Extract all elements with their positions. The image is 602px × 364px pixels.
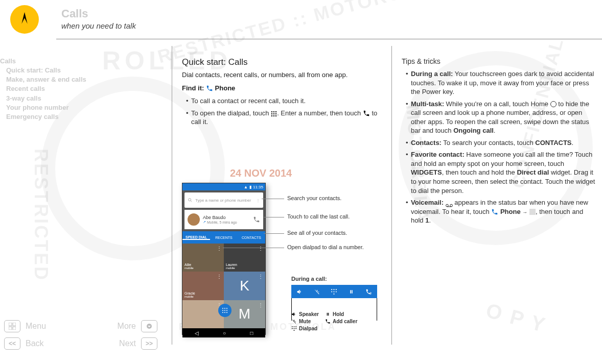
svg-rect-3 bbox=[13, 327, 16, 330]
section-heading: Quick start: Calls bbox=[182, 57, 384, 67]
recent-call-card[interactable]: Abe Baudo ↗Mobile, 5 mins ago bbox=[184, 210, 263, 229]
svg-point-11 bbox=[271, 115, 272, 116]
speaker-icon bbox=[291, 311, 297, 317]
svg-line-15 bbox=[191, 201, 192, 202]
avatar bbox=[188, 213, 200, 226]
home-icon[interactable]: ○ bbox=[223, 330, 226, 336]
date-stamp: 24 NOV 2014 bbox=[230, 167, 292, 179]
content-column-2: Tips & tricks During a call: Your touchs… bbox=[402, 57, 596, 228]
svg-point-5 bbox=[271, 111, 272, 112]
svg-point-12 bbox=[273, 115, 274, 116]
svg-point-28 bbox=[332, 291, 333, 292]
motorola-logo bbox=[10, 5, 39, 34]
dialpad-button-placeholder bbox=[529, 209, 536, 215]
phone-icon bbox=[491, 208, 498, 215]
mute-icon bbox=[291, 319, 297, 324]
dialpad-icon bbox=[271, 110, 277, 116]
page-header: Calls when you need to talk bbox=[0, 5, 136, 34]
svg-point-34 bbox=[295, 326, 296, 327]
phone-icon bbox=[363, 110, 370, 117]
svg-point-19 bbox=[222, 310, 223, 311]
svg-point-37 bbox=[295, 328, 296, 329]
svg-point-22 bbox=[222, 312, 223, 313]
svg-point-29 bbox=[334, 291, 335, 292]
svg-point-6 bbox=[273, 111, 274, 112]
svg-point-21 bbox=[226, 310, 227, 311]
phone-nav-bar: ◁ ○ □ bbox=[182, 328, 265, 337]
phone-icon bbox=[206, 85, 213, 92]
tip-during-call: During a call: Your touchscreen goes dar… bbox=[406, 69, 596, 96]
svg-point-16 bbox=[222, 308, 223, 309]
add-caller-icon bbox=[325, 319, 331, 324]
toc-section-title[interactable]: Calls bbox=[0, 57, 148, 65]
voicemail-icon bbox=[446, 201, 453, 206]
status-bar: ▲▮11:35 bbox=[182, 183, 265, 190]
svg-point-13 bbox=[275, 115, 276, 116]
callout-dialpad: Open dialpad to dial a number. bbox=[287, 244, 364, 250]
phone-icon[interactable] bbox=[253, 216, 260, 223]
during-call-title: During a call: bbox=[291, 276, 377, 282]
toc-sidebar: Calls Quick start: Calls Make, answer & … bbox=[0, 57, 158, 122]
svg-rect-2 bbox=[9, 327, 12, 330]
svg-point-33 bbox=[294, 326, 295, 327]
toc-link-number[interactable]: Your phone number bbox=[0, 103, 148, 112]
more-label: More bbox=[118, 322, 136, 331]
svg-point-24 bbox=[226, 312, 227, 313]
svg-point-10 bbox=[275, 113, 276, 114]
tip-favorite: Favorite contact: Have someone you call … bbox=[406, 150, 596, 195]
speaker-icon bbox=[296, 288, 303, 295]
find-it-line: Find it: Phone bbox=[182, 84, 384, 93]
dialpad-fab[interactable] bbox=[218, 304, 231, 317]
svg-point-40 bbox=[450, 204, 452, 207]
svg-point-36 bbox=[294, 328, 295, 329]
callout-search: Search your contacts. bbox=[287, 195, 341, 201]
tips-heading: Tips & tricks bbox=[402, 57, 596, 65]
menu-label: Menu bbox=[26, 322, 46, 331]
dialpad-icon bbox=[331, 288, 337, 295]
recent-subtext: Mobile, 5 mins ago bbox=[207, 221, 237, 224]
next-button[interactable]: >> bbox=[141, 337, 157, 350]
next-label: Next bbox=[119, 339, 136, 348]
back-icon[interactable]: ◁ bbox=[195, 330, 199, 336]
speed-dial-tile[interactable]: ⋮Graciemobile bbox=[182, 272, 224, 300]
svg-point-14 bbox=[189, 199, 191, 201]
toc-link-recent[interactable]: Recent calls bbox=[0, 84, 148, 93]
page-title: Calls bbox=[61, 7, 136, 20]
tip-voicemail: Voicemail: appears in the status bar whe… bbox=[406, 198, 596, 225]
svg-point-8 bbox=[271, 113, 272, 114]
speed-dial-tile[interactable]: ⋮Alliemobile bbox=[182, 244, 224, 272]
tab-recents[interactable]: RECENTS bbox=[210, 236, 238, 239]
page-subtitle: when you need to talk bbox=[61, 21, 136, 30]
svg-point-23 bbox=[224, 312, 225, 313]
svg-point-38 bbox=[294, 330, 295, 331]
phone-search-bar[interactable]: Type a name or phone number ⋮ bbox=[184, 192, 263, 208]
home-icon bbox=[550, 101, 557, 107]
svg-rect-1 bbox=[13, 323, 16, 326]
svg-point-7 bbox=[275, 111, 276, 112]
toc-link-make-answer[interactable]: Make, answer & end calls bbox=[0, 75, 148, 84]
svg-point-30 bbox=[336, 291, 337, 292]
svg-point-39 bbox=[446, 204, 448, 207]
doc-nav: Menu More << Back Next >> bbox=[4, 320, 157, 355]
back-button[interactable]: << bbox=[4, 337, 20, 350]
tab-contacts[interactable]: CONTACTS bbox=[238, 236, 265, 239]
intro-text: Dial contacts, recent calls, or numbers,… bbox=[182, 70, 384, 80]
toc-link-quickstart[interactable]: Quick start: Calls bbox=[0, 66, 148, 75]
toc-link-3way[interactable]: 3-way calls bbox=[0, 94, 148, 103]
hold-icon bbox=[325, 311, 331, 317]
overflow-icon[interactable]: ⋮ bbox=[256, 198, 260, 203]
recents-icon[interactable]: □ bbox=[250, 330, 253, 336]
tab-speed-dial[interactable]: SPEED DIAL bbox=[182, 235, 210, 240]
more-button[interactable] bbox=[141, 320, 157, 332]
menu-button[interactable] bbox=[4, 320, 20, 332]
speed-dial-tile[interactable]: ⋮ bbox=[182, 300, 224, 328]
callout-contacts: See all of your contacts. bbox=[287, 230, 347, 236]
svg-point-17 bbox=[224, 308, 225, 309]
svg-point-32 bbox=[292, 326, 293, 327]
tip-multitask: Multi-task: While you're on a call, touc… bbox=[406, 100, 596, 135]
speed-dial-tile[interactable]: ⋮K bbox=[224, 272, 265, 300]
search-icon bbox=[188, 198, 193, 203]
toc-link-emergency[interactable]: Emergency calls bbox=[0, 112, 148, 122]
recent-name: Abe Baudo bbox=[203, 215, 250, 220]
phone-mockup: ▲▮11:35 Type a name or phone number ⋮ Ab… bbox=[182, 183, 266, 335]
